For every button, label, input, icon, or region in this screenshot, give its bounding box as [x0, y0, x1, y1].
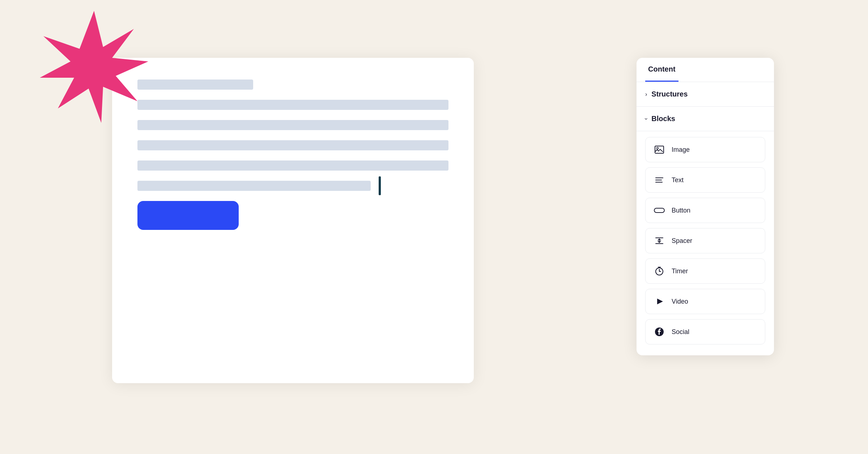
- text-block-3: [137, 140, 448, 150]
- text-icon: [653, 174, 666, 187]
- image-icon: [653, 143, 666, 156]
- block-label-image: Image: [672, 146, 690, 154]
- video-icon: [653, 295, 666, 308]
- block-item-image[interactable]: Image: [645, 137, 765, 162]
- spacer-icon: [653, 234, 666, 247]
- text-cursor: [379, 176, 381, 195]
- block-label-text: Text: [672, 176, 684, 184]
- text-line-1: [137, 100, 448, 110]
- timer-icon: [653, 265, 666, 278]
- text-block-cursor: [137, 181, 448, 191]
- structures-section-header[interactable]: › Structures: [637, 82, 774, 107]
- block-item-social[interactable]: Social: [645, 319, 765, 344]
- text-line-cursor: [137, 181, 371, 191]
- svg-marker-14: [657, 299, 663, 304]
- svg-marker-0: [40, 11, 148, 123]
- block-item-timer[interactable]: Timer: [645, 258, 765, 284]
- block-item-text[interactable]: Text: [645, 167, 765, 193]
- block-label-timer: Timer: [672, 267, 688, 275]
- block-label-social: Social: [672, 328, 689, 336]
- blocks-chevron: ›: [643, 118, 650, 120]
- block-label-spacer: Spacer: [672, 237, 692, 245]
- blocks-label: Blocks: [651, 115, 675, 123]
- star-decoration: [36, 7, 152, 123]
- svg-rect-1: [655, 146, 664, 153]
- cta-button-placeholder[interactable]: [137, 201, 239, 230]
- block-item-button[interactable]: Button: [645, 198, 765, 223]
- text-line-4: [137, 160, 448, 171]
- blocks-list: Image Text Button: [637, 131, 774, 355]
- heading-line: [137, 80, 253, 90]
- block-label-button: Button: [672, 207, 690, 214]
- social-icon: [653, 325, 666, 338]
- text-line-3: [137, 140, 448, 150]
- text-block-4: [137, 160, 448, 171]
- tab-content[interactable]: Content: [645, 58, 678, 82]
- blocks-section-header[interactable]: › Blocks: [637, 107, 774, 131]
- block-item-video[interactable]: Video: [645, 289, 765, 314]
- text-block-1: [137, 100, 448, 110]
- editor-canvas: [112, 58, 474, 383]
- block-label-video: Video: [672, 298, 688, 305]
- text-line-2: [137, 120, 448, 130]
- block-item-spacer[interactable]: Spacer: [645, 228, 765, 253]
- structures-label: Structures: [651, 90, 688, 98]
- text-block-2: [137, 120, 448, 130]
- structures-chevron: ›: [645, 91, 647, 98]
- svg-rect-6: [654, 208, 664, 213]
- panel-tabs: Content: [637, 58, 774, 82]
- heading-placeholder: [137, 80, 448, 90]
- content-panel: Content › Structures › Blocks Image: [637, 58, 774, 355]
- svg-point-2: [657, 147, 659, 149]
- button-icon: [653, 204, 666, 217]
